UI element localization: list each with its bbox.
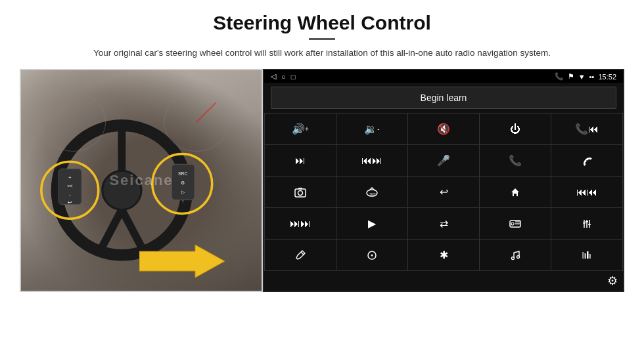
bottom-bar: ⚙	[264, 271, 623, 291]
svg-text:+: +	[68, 175, 72, 180]
content-row: + vol - ↩ SRC ⚙ ▷ ↑	[20, 69, 624, 292]
ctrl-home[interactable]	[480, 177, 551, 207]
svg-text:♩: ♩	[514, 251, 515, 254]
car-image: + vol - ↩ SRC ⚙ ▷ ↑	[20, 69, 263, 292]
page-wrapper: Steering Wheel Control Your original car…	[0, 0, 644, 359]
begin-learn-row: Begin learn	[264, 83, 623, 113]
phone-status-icon: 📞	[555, 72, 564, 81]
svg-line-37	[301, 252, 304, 255]
clock: 15:52	[598, 73, 616, 81]
status-right: 📞 ⚑ ▼ ▪▪ 15:52	[555, 72, 616, 81]
ctrl-equalizer-bars[interactable]	[551, 240, 622, 270]
svg-rect-35	[586, 221, 588, 222]
svg-rect-45	[587, 251, 589, 259]
ctrl-music[interactable]: ♩	[480, 240, 551, 270]
svg-rect-43	[582, 252, 584, 259]
svg-rect-36	[588, 224, 591, 225]
status-bar: ◁ ○ □ 📞 ⚑ ▼ ▪▪ 15:52	[264, 70, 623, 83]
watermark: Seicane	[109, 172, 173, 189]
ctrl-seek[interactable]: ⏮⏭	[336, 145, 407, 176]
svg-point-40	[512, 257, 515, 259]
subtitle: Your original car's steering wheel contr…	[93, 47, 551, 60]
ctrl-circle[interactable]	[336, 240, 407, 270]
ctrl-bluetooth[interactable]: ✱	[408, 240, 479, 270]
begin-learn-button[interactable]: Begin learn	[271, 87, 616, 109]
arrow-indicator	[139, 242, 225, 281]
ctrl-radio[interactable]	[480, 208, 551, 239]
ctrl-hangup[interactable]	[551, 145, 622, 176]
android-panel: ◁ ○ □ 📞 ⚑ ▼ ▪▪ 15:52 Begin learn	[263, 69, 624, 292]
ctrl-mute[interactable]: 🔇	[408, 114, 479, 144]
svg-text:360°: 360°	[369, 192, 376, 196]
svg-marker-21	[139, 245, 225, 278]
ctrl-360[interactable]: 360°	[336, 177, 407, 207]
ctrl-phone-prev[interactable]: 📞⏮	[551, 114, 622, 144]
svg-text:SRC: SRC	[178, 171, 188, 176]
ctrl-vol-up[interactable]: 🔊+	[265, 114, 336, 144]
settings-gear-icon[interactable]: ⚙	[607, 274, 618, 288]
ctrl-call[interactable]: 📞	[480, 145, 551, 176]
svg-point-28	[511, 222, 514, 225]
recents-nav-icon: □	[291, 73, 296, 81]
page-title: Steering Wheel Control	[213, 12, 431, 34]
ctrl-camera[interactable]	[265, 177, 336, 207]
ctrl-navigate[interactable]: ▶	[336, 208, 407, 239]
signal-icon: ▼	[578, 73, 586, 81]
svg-rect-24	[298, 188, 302, 189]
svg-text:vol: vol	[68, 184, 73, 188]
svg-rect-46	[589, 254, 591, 259]
ctrl-mic[interactable]: 🎤	[408, 145, 479, 176]
back-nav-icon: ◁	[271, 72, 276, 81]
svg-point-23	[298, 190, 303, 195]
svg-rect-34	[583, 222, 586, 224]
home-nav-icon: ○	[281, 73, 286, 81]
ctrl-switch[interactable]: ⇄	[408, 208, 479, 239]
battery-icon: ▪▪	[589, 73, 595, 81]
svg-rect-44	[585, 253, 587, 259]
svg-text:↩: ↩	[68, 200, 72, 205]
title-divider	[309, 38, 335, 40]
ctrl-back[interactable]: ↩	[408, 177, 479, 207]
ctrl-fast-fwd[interactable]: ⏭⏭	[265, 208, 336, 239]
controls-grid: 🔊+ 🔉- 🔇 ⏻ 📞⏮ ⏭ ⏮⏭ 🎤 📞	[264, 113, 623, 271]
status-left: ◁ ○ □	[271, 72, 295, 81]
svg-point-41	[517, 255, 520, 258]
ctrl-prev-track[interactable]: ⏮⏮	[551, 177, 622, 207]
svg-point-39	[371, 254, 373, 256]
svg-text:↑: ↑	[182, 199, 184, 203]
ctrl-vol-down[interactable]: 🔉-	[336, 114, 407, 144]
ctrl-power[interactable]: ⏻	[480, 114, 551, 144]
ctrl-next[interactable]: ⏭	[265, 145, 336, 176]
svg-text:-: -	[69, 192, 71, 198]
ctrl-edit[interactable]	[265, 240, 336, 270]
ctrl-eq[interactable]	[551, 208, 622, 239]
svg-text:⚙: ⚙	[181, 180, 185, 185]
location-icon: ⚑	[568, 72, 574, 81]
